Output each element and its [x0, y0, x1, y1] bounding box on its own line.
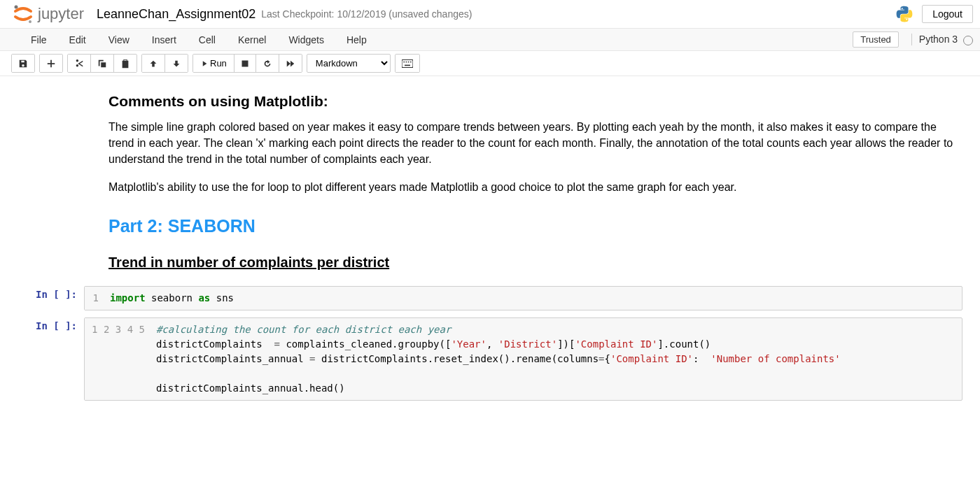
svg-rect-7	[410, 61, 412, 62]
python-icon	[895, 5, 913, 23]
kernel-name[interactable]: Python 3	[911, 34, 973, 45]
code-input[interactable]: 1 import seaborn as sns	[84, 286, 962, 310]
scissors-icon	[74, 59, 84, 69]
move-up-button[interactable]	[142, 55, 165, 72]
svg-rect-6	[408, 61, 410, 62]
cut-button[interactable]	[68, 55, 91, 72]
restart-run-all-button[interactable]	[279, 55, 302, 72]
run-button[interactable]: Run	[193, 55, 234, 72]
trusted-indicator[interactable]: Trusted	[853, 31, 899, 48]
add-cell-button[interactable]	[40, 55, 62, 72]
header-bar: jupyter LeanneChan_Assignment02 Last Che…	[0, 0, 980, 29]
run-icon	[200, 60, 207, 67]
menu-file[interactable]: File	[20, 30, 58, 50]
input-prompt: In [ ]:	[4, 317, 84, 401]
menu-help[interactable]: Help	[335, 30, 378, 50]
svg-rect-5	[405, 61, 407, 62]
menu-cell[interactable]: Cell	[188, 30, 227, 50]
stop-button[interactable]	[234, 55, 256, 72]
move-down-button[interactable]	[165, 55, 188, 72]
code-input[interactable]: 1 2 3 4 5 #calculating the count for eac…	[84, 317, 962, 401]
run-label: Run	[210, 58, 227, 69]
svg-point-1	[29, 20, 31, 23]
menu-kernel[interactable]: Kernel	[227, 30, 277, 50]
logout-button[interactable]: Logout	[922, 5, 973, 23]
code-area[interactable]: #calculating the count for each district…	[150, 318, 962, 400]
restart-icon	[262, 59, 272, 69]
arrow-up-icon	[148, 59, 158, 69]
code-cell[interactable]: In [ ]: 1 2 3 4 5 #calculating the count…	[4, 315, 976, 403]
svg-point-0	[15, 6, 18, 9]
line-gutter: 1	[85, 287, 104, 310]
code-cell[interactable]: In [ ]: 1 import seaborn as sns	[4, 283, 976, 313]
markdown-cell[interactable]: Comments on using Matplotlib: The simple…	[4, 85, 976, 282]
svg-rect-3	[402, 59, 413, 67]
copy-icon	[97, 59, 107, 69]
checkpoint-status: Last Checkpoint: 10/12/2019 (unsaved cha…	[261, 8, 472, 20]
restart-button[interactable]	[256, 55, 279, 72]
plus-icon	[46, 59, 56, 69]
menu-view[interactable]: View	[97, 30, 141, 50]
paste-button[interactable]	[114, 55, 136, 72]
fast-forward-icon	[286, 59, 295, 69]
svg-rect-2	[241, 60, 248, 66]
save-button[interactable]	[12, 55, 34, 72]
svg-rect-8	[405, 64, 410, 66]
logo-text: jupyter	[38, 5, 84, 23]
copy-button[interactable]	[91, 55, 114, 72]
code-area[interactable]: import seaborn as sns	[104, 287, 962, 310]
keyboard-icon	[402, 59, 413, 68]
save-icon	[18, 59, 28, 69]
kernel-status-icon	[963, 36, 973, 45]
jupyter-logo[interactable]: jupyter	[13, 3, 84, 24]
heading-trend: Trend in number of complaints per distri…	[108, 255, 959, 271]
heading-part2: Part 2: SEABORN	[108, 216, 959, 236]
heading-comments: Comments on using Matplotlib:	[108, 93, 959, 110]
stop-icon	[241, 59, 249, 68]
svg-rect-4	[403, 61, 405, 62]
arrow-down-icon	[172, 59, 181, 69]
menu-widgets[interactable]: Widgets	[277, 30, 335, 50]
paste-icon	[120, 59, 130, 69]
menubar: File Edit View Insert Cell Kernel Widget…	[0, 29, 980, 51]
notebook-name[interactable]: LeanneChan_Assignment02	[97, 7, 255, 22]
celltype-select[interactable]: Markdown	[307, 54, 391, 73]
input-prompt: In [ ]:	[4, 286, 84, 310]
line-gutter: 1 2 3 4 5	[85, 318, 150, 400]
toolbar: Run Markdown	[0, 51, 980, 76]
command-palette-button[interactable]	[396, 55, 419, 72]
menu-insert[interactable]: Insert	[141, 30, 188, 50]
jupyter-icon	[13, 3, 34, 24]
paragraph-1: The simple line graph colored based on y…	[108, 119, 959, 168]
menu-edit[interactable]: Edit	[58, 30, 97, 50]
paragraph-2: Matplotlib's ability to use the for loop…	[108, 179, 959, 195]
notebook-container: Comments on using Matplotlib: The simple…	[0, 76, 980, 419]
